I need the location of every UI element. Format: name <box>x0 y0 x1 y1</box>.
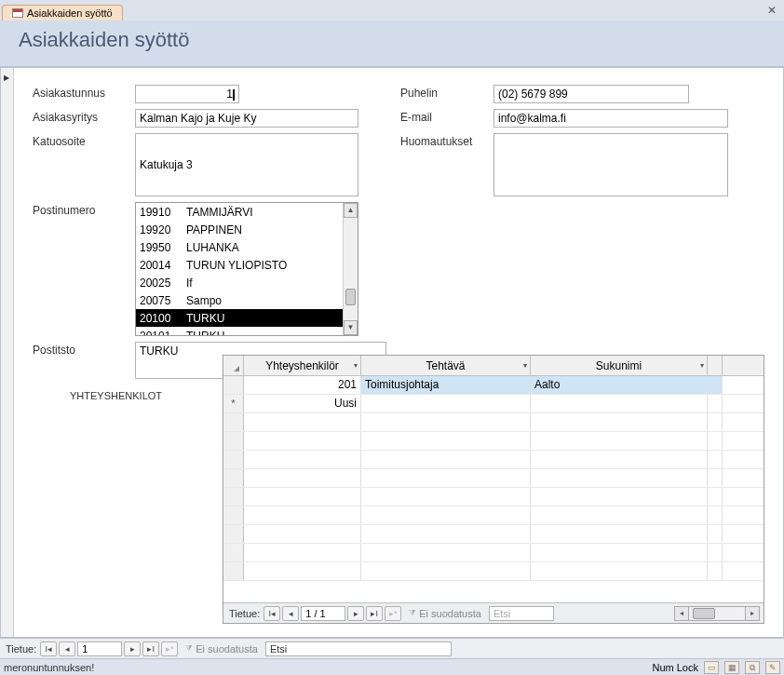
record-selector[interactable] <box>1 68 14 637</box>
main-nav-prev-button[interactable]: ◂ <box>59 641 75 656</box>
label-asiakasyritys: Asiakasyritys <box>33 109 135 128</box>
listbox-row[interactable]: 19920PAPPINEN <box>136 221 343 238</box>
tab-asiakkaiden[interactable]: Asiakkaiden syöttö <box>2 5 123 20</box>
field-email[interactable] <box>493 109 728 128</box>
label-katuosoite: Katuosoite <box>33 133 135 196</box>
form-content: Asiakastunnus 1 Puhelin Asiakasyritys E-… <box>0 67 784 638</box>
chevron-down-icon[interactable]: ▾ <box>700 361 704 370</box>
main-nav-label: Tietue: <box>4 643 38 655</box>
new-row-icon[interactable]: * <box>223 395 244 412</box>
main-nav-search[interactable] <box>265 641 452 656</box>
page-title: Asiakkaiden syöttö <box>19 28 765 52</box>
listbox-row[interactable]: 20101TURKU <box>136 327 343 336</box>
label-postinumero: Postinumero <box>33 202 135 336</box>
view-layout-icon[interactable]: ⧉ <box>745 661 760 674</box>
filter-icon: ⧩ <box>185 643 193 654</box>
main-nav-counter[interactable]: 1 <box>77 641 122 656</box>
view-design-icon[interactable]: ✎ <box>765 661 780 674</box>
nav-new-button[interactable]: ▸* <box>385 606 401 621</box>
field-katuosoite[interactable] <box>135 133 358 196</box>
tab-title: Asiakkaiden syöttö <box>27 7 113 19</box>
subform-yhteyshenkilot: Yhteyshenkilör▾ Tehtävä▾ Sukunimi▾ 201To… <box>223 355 764 624</box>
listbox-row[interactable]: 20014TURUN YLIOPISTO <box>136 256 343 274</box>
scroll-down-icon[interactable]: ▼ <box>344 320 358 335</box>
main-nav-filter[interactable]: ⧩Ei suodatusta <box>180 643 264 655</box>
subform-header: Yhteyshenkilör▾ Tehtävä▾ Sukunimi▾ <box>223 356 764 376</box>
nav-first-button[interactable]: I◂ <box>264 606 280 621</box>
table-row-new[interactable]: *Uusi <box>223 395 764 413</box>
listbox-row[interactable]: 19910TAMMIJÄRVI <box>136 203 343 221</box>
col-tehtava[interactable]: Tehtävä▾ <box>361 356 531 375</box>
numlock-indicator: Num Lock <box>652 662 698 673</box>
listbox-row[interactable]: 19950LUHANKA <box>136 238 343 256</box>
col-yhteyshenkilor[interactable]: Yhteyshenkilör▾ <box>244 356 361 375</box>
field-puhelin[interactable] <box>493 85 689 103</box>
nav-last-button[interactable]: ▸I <box>366 606 383 621</box>
subform-nav: Tietue: I◂ ◂ 1 / 1 ▸ ▸I ▸* ⧩Ei suodatust… <box>223 602 764 623</box>
main-nav-first-button[interactable]: I◂ <box>40 641 57 656</box>
form-header: Asiakkaiden syöttö <box>0 20 784 67</box>
col-sukunimi[interactable]: Sukunimi▾ <box>531 356 708 375</box>
subform-hscroll[interactable]: ◂ ▸ <box>556 606 760 621</box>
chevron-down-icon[interactable]: ▾ <box>523 361 527 370</box>
label-email: E-mail <box>400 109 493 128</box>
status-bar: meronuntunnuksen! Num Lock ▭ ▦ ⧉ ✎ <box>0 658 784 675</box>
view-datasheet-icon[interactable]: ▦ <box>724 661 739 674</box>
label-asiakastunnus: Asiakastunnus <box>33 85 135 103</box>
status-message: meronuntunnuksen! <box>4 662 652 673</box>
field-huomautukset[interactable] <box>493 133 728 196</box>
nav-label: Tietue: <box>227 608 262 619</box>
row-selector[interactable] <box>223 376 244 394</box>
listbox-row[interactable]: 20075Sampo <box>136 291 343 309</box>
hscroll-thumb[interactable] <box>693 608 715 619</box>
nav-search[interactable]: Etsi <box>489 606 554 621</box>
nav-next-button[interactable]: ▸ <box>347 606 364 621</box>
cell-new-label[interactable]: Uusi <box>244 395 361 412</box>
main-nav-last-button[interactable]: ▸I <box>142 641 159 656</box>
main-nav-new-button[interactable]: ▸* <box>161 641 178 656</box>
field-asiakastunnus[interactable]: 1 <box>135 85 239 103</box>
scroll-up-icon[interactable]: ▲ <box>344 203 358 218</box>
col-spacer <box>708 356 723 375</box>
nav-filter[interactable]: ⧩Ei suodatusta <box>403 608 487 619</box>
label-puhelin: Puhelin <box>400 85 493 103</box>
listbox-postinumero[interactable]: 19910TAMMIJÄRVI19920PAPPINEN19950LUHANKA… <box>135 202 358 336</box>
cell-id[interactable]: 201 <box>244 376 361 394</box>
listbox-row[interactable]: 20100TURKU <box>136 309 343 327</box>
cell-tehtava[interactable]: Toimitusjohtaja <box>361 376 531 394</box>
filter-icon: ⧩ <box>409 608 416 618</box>
hscroll-right-icon[interactable]: ▸ <box>745 606 760 621</box>
listbox-scrollbar[interactable]: ▲ ▼ <box>343 203 358 335</box>
listbox-row[interactable]: 20025If <box>136 274 343 291</box>
main-nav-next-button[interactable]: ▸ <box>124 641 141 656</box>
cell-sukunimi[interactable]: Aalto <box>531 376 708 394</box>
label-huomautukset: Huomautukset <box>400 133 493 196</box>
scroll-thumb[interactable] <box>345 289 356 305</box>
hscroll-track[interactable] <box>689 606 745 621</box>
subform-select-all[interactable] <box>223 356 244 375</box>
chevron-down-icon[interactable]: ▾ <box>354 361 358 370</box>
hscroll-left-icon[interactable]: ◂ <box>674 606 689 621</box>
close-icon[interactable]: ✕ <box>765 4 778 17</box>
nav-counter[interactable]: 1 / 1 <box>301 606 345 621</box>
main-nav: Tietue: I◂ ◂ 1 ▸ ▸I ▸* ⧩Ei suodatusta <box>0 638 784 658</box>
tab-bar: Asiakkaiden syöttö ✕ <box>0 0 784 20</box>
table-row[interactable]: 201ToimitusjohtajaAalto <box>223 376 764 395</box>
label-postitsto: Postitsto <box>33 342 135 379</box>
form-icon <box>12 8 23 18</box>
nav-prev-button[interactable]: ◂ <box>282 606 299 621</box>
field-asiakasyritys[interactable] <box>135 109 358 128</box>
view-form-icon[interactable]: ▭ <box>704 661 719 674</box>
